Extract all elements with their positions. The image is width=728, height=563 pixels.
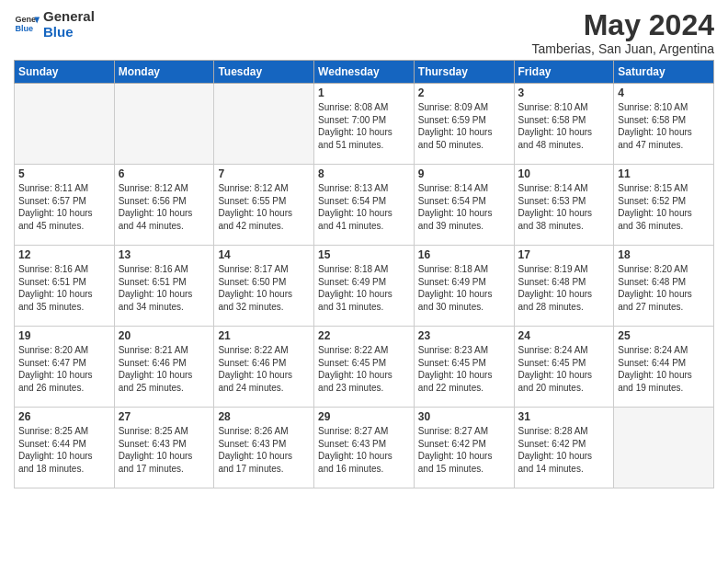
day-number: 11: [618, 167, 710, 180]
day-cell: 15Sunrise: 8:18 AM Sunset: 6:49 PM Dayli…: [314, 246, 415, 327]
day-cell: 27Sunrise: 8:25 AM Sunset: 6:43 PM Dayli…: [114, 408, 214, 488]
day-number: 1: [318, 86, 410, 99]
day-cell: 31Sunrise: 8:28 AM Sunset: 6:42 PM Dayli…: [514, 408, 614, 488]
day-cell: 7Sunrise: 8:12 AM Sunset: 6:55 PM Daylig…: [214, 165, 314, 246]
day-cell: 20Sunrise: 8:21 AM Sunset: 6:46 PM Dayli…: [114, 327, 214, 408]
svg-text:Blue: Blue: [15, 24, 33, 33]
header: General Blue General Blue May 2024 Tambe…: [14, 9, 714, 56]
day-number: 24: [518, 329, 610, 342]
day-number: 23: [418, 329, 510, 342]
day-cell: 9Sunrise: 8:14 AM Sunset: 6:54 PM Daylig…: [414, 165, 514, 246]
day-cell: 17Sunrise: 8:19 AM Sunset: 6:48 PM Dayli…: [514, 246, 614, 327]
logo: General Blue General Blue: [14, 9, 95, 40]
day-info: Sunrise: 8:25 AM Sunset: 6:43 PM Dayligh…: [119, 425, 210, 475]
day-info: Sunrise: 8:25 AM Sunset: 6:44 PM Dayligh…: [18, 425, 110, 475]
day-cell: [15, 84, 115, 165]
day-cell: 23Sunrise: 8:23 AM Sunset: 6:45 PM Dayli…: [414, 327, 514, 408]
day-cell: 22Sunrise: 8:22 AM Sunset: 6:45 PM Dayli…: [314, 327, 415, 408]
day-number: 30: [418, 410, 510, 423]
location: Tamberias, San Juan, Argentina: [532, 41, 714, 56]
day-cell: 26Sunrise: 8:25 AM Sunset: 6:44 PM Dayli…: [15, 408, 115, 488]
col-header-wednesday: Wednesday: [314, 61, 415, 84]
day-info: Sunrise: 8:17 AM Sunset: 6:50 PM Dayligh…: [218, 263, 310, 313]
day-cell: 28Sunrise: 8:26 AM Sunset: 6:43 PM Dayli…: [214, 408, 314, 488]
day-info: Sunrise: 8:12 AM Sunset: 6:56 PM Dayligh…: [119, 182, 210, 232]
day-number: 21: [218, 329, 310, 342]
col-header-sunday: Sunday: [15, 61, 115, 84]
logo-blue: Blue: [43, 25, 95, 40]
week-row-4: 26Sunrise: 8:25 AM Sunset: 6:44 PM Dayli…: [15, 408, 714, 488]
day-number: 5: [18, 167, 110, 180]
day-info: Sunrise: 8:16 AM Sunset: 6:51 PM Dayligh…: [18, 263, 110, 313]
day-number: 3: [518, 86, 610, 99]
day-cell: 8Sunrise: 8:13 AM Sunset: 6:54 PM Daylig…: [314, 165, 415, 246]
col-header-saturday: Saturday: [614, 61, 714, 84]
day-cell: 1Sunrise: 8:08 AM Sunset: 7:00 PM Daylig…: [314, 84, 415, 165]
title-block: May 2024 Tamberias, San Juan, Argentina: [532, 9, 714, 56]
day-cell: 16Sunrise: 8:18 AM Sunset: 6:49 PM Dayli…: [414, 246, 514, 327]
day-number: 31: [518, 410, 610, 423]
day-cell: 10Sunrise: 8:14 AM Sunset: 6:53 PM Dayli…: [514, 165, 614, 246]
logo-general: General: [43, 9, 95, 25]
day-info: Sunrise: 8:23 AM Sunset: 6:45 PM Dayligh…: [418, 344, 510, 394]
day-info: Sunrise: 8:18 AM Sunset: 6:49 PM Dayligh…: [318, 263, 410, 313]
day-info: Sunrise: 8:20 AM Sunset: 6:48 PM Dayligh…: [618, 263, 710, 313]
day-number: 22: [318, 329, 410, 342]
day-info: Sunrise: 8:10 AM Sunset: 6:58 PM Dayligh…: [618, 101, 710, 151]
day-info: Sunrise: 8:24 AM Sunset: 6:45 PM Dayligh…: [518, 344, 610, 394]
day-number: 19: [18, 329, 110, 342]
day-info: Sunrise: 8:26 AM Sunset: 6:43 PM Dayligh…: [218, 425, 310, 475]
day-info: Sunrise: 8:21 AM Sunset: 6:46 PM Dayligh…: [119, 344, 210, 394]
day-info: Sunrise: 8:14 AM Sunset: 6:53 PM Dayligh…: [518, 182, 610, 232]
day-cell: 12Sunrise: 8:16 AM Sunset: 6:51 PM Dayli…: [15, 246, 115, 327]
day-number: 18: [618, 248, 710, 261]
day-cell: 13Sunrise: 8:16 AM Sunset: 6:51 PM Dayli…: [114, 246, 214, 327]
day-number: 10: [518, 167, 610, 180]
day-number: 2: [418, 86, 510, 99]
day-info: Sunrise: 8:27 AM Sunset: 6:42 PM Dayligh…: [418, 425, 510, 475]
page: General Blue General Blue May 2024 Tambe…: [0, 0, 728, 563]
day-cell: 19Sunrise: 8:20 AM Sunset: 6:47 PM Dayli…: [15, 327, 115, 408]
day-info: Sunrise: 8:28 AM Sunset: 6:42 PM Dayligh…: [518, 425, 610, 475]
day-cell: [114, 84, 214, 165]
day-cell: 3Sunrise: 8:10 AM Sunset: 6:58 PM Daylig…: [514, 84, 614, 165]
day-info: Sunrise: 8:12 AM Sunset: 6:55 PM Dayligh…: [218, 182, 310, 232]
day-number: 6: [119, 167, 210, 180]
day-cell: 21Sunrise: 8:22 AM Sunset: 6:46 PM Dayli…: [214, 327, 314, 408]
day-cell: [214, 84, 314, 165]
day-cell: [614, 408, 714, 488]
day-number: 28: [218, 410, 310, 423]
week-row-1: 5Sunrise: 8:11 AM Sunset: 6:57 PM Daylig…: [15, 165, 714, 246]
day-info: Sunrise: 8:22 AM Sunset: 6:46 PM Dayligh…: [218, 344, 310, 394]
week-row-2: 12Sunrise: 8:16 AM Sunset: 6:51 PM Dayli…: [15, 246, 714, 327]
day-info: Sunrise: 8:16 AM Sunset: 6:51 PM Dayligh…: [119, 263, 210, 313]
day-number: 26: [18, 410, 110, 423]
day-cell: 30Sunrise: 8:27 AM Sunset: 6:42 PM Dayli…: [414, 408, 514, 488]
day-info: Sunrise: 8:15 AM Sunset: 6:52 PM Dayligh…: [618, 182, 710, 232]
day-info: Sunrise: 8:27 AM Sunset: 6:43 PM Dayligh…: [318, 425, 410, 475]
day-cell: 11Sunrise: 8:15 AM Sunset: 6:52 PM Dayli…: [614, 165, 714, 246]
day-cell: 29Sunrise: 8:27 AM Sunset: 6:43 PM Dayli…: [314, 408, 415, 488]
day-info: Sunrise: 8:22 AM Sunset: 6:45 PM Dayligh…: [318, 344, 410, 394]
day-cell: 25Sunrise: 8:24 AM Sunset: 6:44 PM Dayli…: [614, 327, 714, 408]
day-number: 27: [119, 410, 210, 423]
day-number: 14: [218, 248, 310, 261]
day-info: Sunrise: 8:13 AM Sunset: 6:54 PM Dayligh…: [318, 182, 410, 232]
month-title: May 2024: [532, 9, 714, 41]
day-cell: 5Sunrise: 8:11 AM Sunset: 6:57 PM Daylig…: [15, 165, 115, 246]
day-info: Sunrise: 8:14 AM Sunset: 6:54 PM Dayligh…: [418, 182, 510, 232]
day-number: 29: [318, 410, 410, 423]
col-header-monday: Monday: [114, 61, 214, 84]
calendar-header-row: SundayMondayTuesdayWednesdayThursdayFrid…: [15, 61, 714, 84]
week-row-0: 1Sunrise: 8:08 AM Sunset: 7:00 PM Daylig…: [15, 84, 714, 165]
day-cell: 4Sunrise: 8:10 AM Sunset: 6:58 PM Daylig…: [614, 84, 714, 165]
day-cell: 18Sunrise: 8:20 AM Sunset: 6:48 PM Dayli…: [614, 246, 714, 327]
day-info: Sunrise: 8:18 AM Sunset: 6:49 PM Dayligh…: [418, 263, 510, 313]
day-number: 8: [318, 167, 410, 180]
col-header-friday: Friday: [514, 61, 614, 84]
day-cell: 6Sunrise: 8:12 AM Sunset: 6:56 PM Daylig…: [114, 165, 214, 246]
day-cell: 24Sunrise: 8:24 AM Sunset: 6:45 PM Dayli…: [514, 327, 614, 408]
day-info: Sunrise: 8:08 AM Sunset: 7:00 PM Dayligh…: [318, 101, 410, 151]
day-info: Sunrise: 8:11 AM Sunset: 6:57 PM Dayligh…: [18, 182, 110, 232]
day-number: 13: [119, 248, 210, 261]
